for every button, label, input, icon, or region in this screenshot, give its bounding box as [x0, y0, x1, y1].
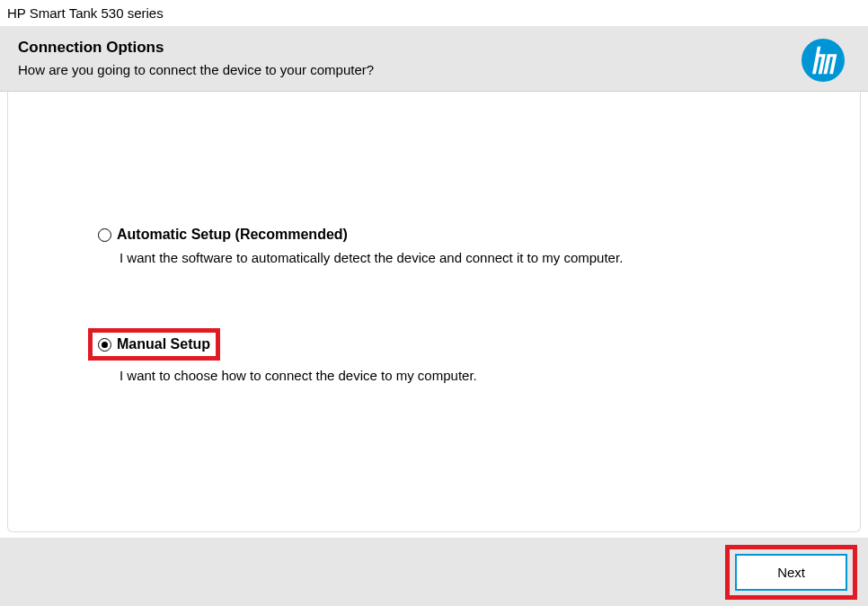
next-button[interactable]: Next [735, 554, 847, 591]
window-title: HP Smart Tank 530 series [0, 0, 868, 26]
page-subtitle: How are you going to connect the device … [18, 62, 802, 77]
footer-bar: Next [0, 538, 868, 606]
option-manual-description: I want to choose how to connect the devi… [120, 368, 770, 383]
option-manual: Manual Setup I want to choose how to con… [98, 328, 770, 383]
header-text: Connection Options How are you going to … [18, 39, 802, 77]
hp-logo-icon [802, 39, 845, 82]
header-bar: Connection Options How are you going to … [0, 26, 868, 92]
highlight-manual: Manual Setup [88, 328, 220, 361]
page-title: Connection Options [18, 39, 802, 57]
option-automatic-description: I want the software to automatically det… [120, 250, 770, 265]
option-automatic-label[interactable]: Automatic Setup (Recommended) [117, 227, 348, 243]
radio-automatic[interactable] [98, 228, 111, 242]
highlight-next: Next [725, 545, 857, 600]
main-panel: Automatic Setup (Recommended) I want the… [7, 92, 861, 532]
option-automatic: Automatic Setup (Recommended) I want the… [98, 227, 770, 265]
option-automatic-row[interactable]: Automatic Setup (Recommended) [98, 227, 770, 243]
option-manual-label[interactable]: Manual Setup [117, 336, 210, 352]
radio-manual[interactable] [98, 338, 111, 352]
